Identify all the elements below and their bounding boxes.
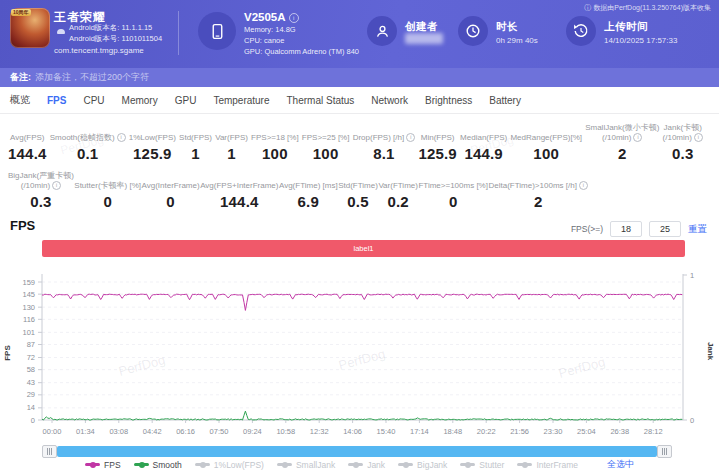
info-icon[interactable]: i <box>579 181 588 190</box>
stat-label: FPS>=18 [%] <box>251 123 299 142</box>
stat-value: 1 <box>191 145 200 162</box>
info-icon[interactable]: i <box>633 133 642 142</box>
info-icon[interactable]: i <box>117 133 126 142</box>
stat-cell: Std(FPS)1 <box>179 123 212 162</box>
game-app-icon: 10周年 <box>10 8 50 48</box>
stat-cell: BigJank(严重卡顿)(/10min)i0.3 <box>8 171 74 210</box>
stat-value: 0 <box>166 193 175 210</box>
legend-item-fps[interactable]: FPS <box>85 460 121 470</box>
stat-label: SmallJank(微小卡顿)(/10min)i <box>585 123 659 142</box>
chart-scroll-handle-left[interactable] <box>42 445 57 458</box>
legend-line-icon <box>85 463 100 466</box>
stat-label: Std(FTime) <box>338 171 378 190</box>
stat-cell: Median(FPS)144.9 <box>460 123 507 162</box>
reset-button[interactable]: 重置 <box>688 223 707 236</box>
svg-text:21:56: 21:56 <box>510 427 529 436</box>
legend-line-icon <box>277 463 292 466</box>
stat-label: MedRange(FPS)[%] <box>510 123 582 142</box>
stat-label: FTime>=100ms [%] <box>418 171 488 190</box>
stat-label: Drop(FPS) [/h]i <box>353 123 416 142</box>
clock-icon <box>465 23 481 39</box>
stat-value: 2 <box>534 193 543 210</box>
stat-cell: Delta(FTime)>100ms [/h]i2 <box>488 171 587 210</box>
fps-threshold-input-1[interactable] <box>610 221 642 237</box>
legend-item-interframe[interactable]: InterFrame <box>517 460 578 470</box>
svg-text:12:32: 12:32 <box>310 427 329 436</box>
stat-value: 2 <box>618 145 627 162</box>
perfdog-report-page: 10周年 王者荣耀 Android版本名: 11.1.1.15 Android版… <box>0 0 719 470</box>
legend-item-bigjank[interactable]: BigJank <box>398 460 447 470</box>
note-placeholder: 添加备注，不超过200个字符 <box>35 71 149 84</box>
svg-text:PerfDog: PerfDog <box>557 354 607 381</box>
fps-stats-summary: Avg(FPS)144.4Smooth(稳帧指数)i0.11%Low(FPS)1… <box>0 114 719 210</box>
stat-value: 100 <box>533 145 559 162</box>
stat-cell: Var(FTime)0.2 <box>378 171 418 210</box>
chart-scroll-handle-right[interactable] <box>657 445 672 458</box>
tab-gpu[interactable]: GPU <box>175 95 197 106</box>
svg-text:PerfDog: PerfDog <box>117 352 167 379</box>
info-icon[interactable]: i <box>52 181 61 190</box>
legend-label: SmallJank <box>296 460 335 470</box>
svg-text:07:50: 07:50 <box>210 427 229 436</box>
stat-cell: MedRange(FPS)[%]100 <box>510 123 582 162</box>
tab-temperature[interactable]: Temperature <box>213 95 269 106</box>
legend-label: 1%Low(FPS) <box>214 460 264 470</box>
legend-line-icon <box>134 463 149 466</box>
creator-icon-circle <box>367 16 397 46</box>
device-info-icon[interactable]: i <box>289 13 299 23</box>
legend-label: Stutter <box>479 460 504 470</box>
select-all-button[interactable]: 全选中 <box>607 458 634 470</box>
tab-memory[interactable]: Memory <box>122 95 158 106</box>
legend-item-jank[interactable]: Jank <box>348 460 385 470</box>
tab-fps[interactable]: FPS <box>47 95 66 106</box>
tab-overview[interactable]: 概览 <box>10 93 30 107</box>
stat-label: Jank(卡顿)(/10min)i <box>663 123 703 142</box>
tab-brightness[interactable]: Brightness <box>425 95 472 106</box>
stat-value: 0.5 <box>347 193 368 210</box>
tab-network[interactable]: Network <box>371 95 408 106</box>
chart-region-label-bar[interactable]: label1 <box>42 240 685 257</box>
upload-icon-circle <box>566 16 596 46</box>
stat-value: 8.1 <box>373 145 394 162</box>
stat-value: 1 <box>227 145 236 162</box>
legend-line-icon <box>517 463 532 466</box>
stat-value: 144.9 <box>464 145 503 162</box>
svg-text:23:30: 23:30 <box>544 427 563 436</box>
tab-cpu[interactable]: CPU <box>83 95 104 106</box>
legend-item-1-low-fps-[interactable]: 1%Low(FPS) <box>195 460 264 470</box>
fps-line-chart[interactable]: 15914513011610187725843291401000:0001:34… <box>0 258 719 444</box>
note-band[interactable]: 备注: 添加备注，不超过200个字符 <box>0 68 719 87</box>
device-name: V2505A <box>244 11 286 23</box>
phone-icon <box>209 23 226 40</box>
info-icon[interactable]: i <box>406 133 415 142</box>
stat-cell: Avg(FPS)144.4 <box>8 123 47 162</box>
info-icon[interactable]: i <box>694 133 703 142</box>
series-fps <box>42 294 682 310</box>
stat-cell: Var(FPS)1 <box>215 123 248 162</box>
svg-text:25:04: 25:04 <box>577 427 596 436</box>
stat-cell: Std(FTime)0.5 <box>338 171 378 210</box>
legend-line-icon <box>398 463 413 466</box>
legend-label: BigJank <box>417 460 447 470</box>
tab-thermal-status[interactable]: Thermal Status <box>287 95 355 106</box>
chart-scrollbar[interactable] <box>57 446 657 457</box>
stat-label: Delta(FTime)>100ms [/h]i <box>488 171 587 190</box>
fps-threshold-input-2[interactable] <box>649 221 681 237</box>
stat-cell: Min(FPS)125.9 <box>418 123 457 162</box>
duration-value: 0h 29m 40s <box>496 36 538 45</box>
stat-value: 0.2 <box>387 193 408 210</box>
stat-label: Median(FPS) <box>460 123 507 142</box>
tab-battery[interactable]: Battery <box>489 95 521 106</box>
legend-line-icon <box>195 463 210 466</box>
legend-label: FPS <box>104 460 121 470</box>
stat-value: 100 <box>313 145 339 162</box>
stat-label: Avg(FPS) <box>10 123 45 142</box>
legend-item-smooth[interactable]: Smooth <box>134 460 182 470</box>
stat-label: Min(FPS) <box>421 123 455 142</box>
upload-time-value: 14/10/2025 17:57:33 <box>604 36 677 45</box>
legend-item-stutter[interactable]: Stutter <box>460 460 504 470</box>
device-icon-circle <box>198 12 236 50</box>
stat-label: Avg(FPS+InterFrame) <box>200 171 278 190</box>
stat-value: 0.3 <box>30 193 51 210</box>
legend-item-smalljank[interactable]: SmallJank <box>277 460 335 470</box>
